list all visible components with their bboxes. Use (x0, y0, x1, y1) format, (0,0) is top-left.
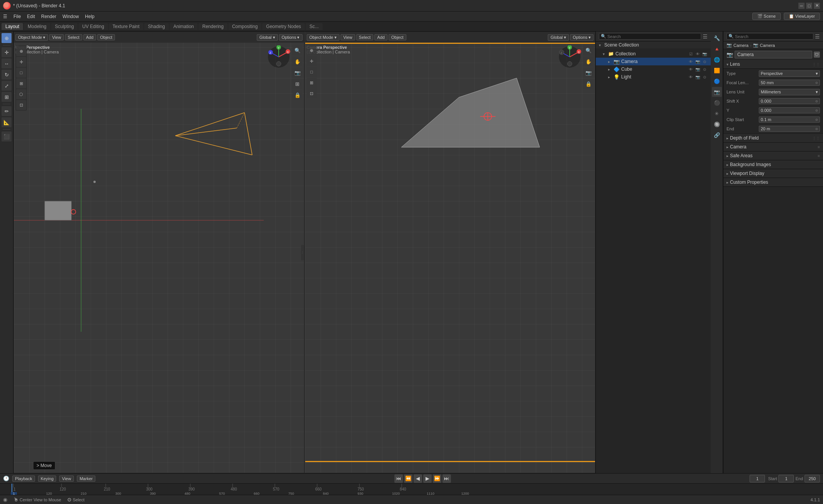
shift-x-field[interactable]: 0.000 ⊙ (759, 98, 820, 104)
right-viewport-global-dropdown[interactable]: Global ▾ (548, 34, 569, 41)
playback-menu[interactable]: Playback (12, 476, 35, 482)
viewport-global-dropdown[interactable]: Global ▾ (257, 34, 278, 41)
viewport-object-menu[interactable]: Object (97, 34, 115, 40)
view-menu[interactable]: View (59, 476, 74, 482)
jump-start-button[interactable]: ⏮ (394, 474, 403, 483)
lens-type-dropdown[interactable]: Perspective ▾ (759, 70, 820, 77)
menu-edit[interactable]: Edit (24, 12, 38, 21)
menu-file[interactable]: File (10, 12, 24, 21)
lens-section-header[interactable]: ▾ Lens ⋮⋮ (723, 60, 823, 69)
vp-icon-3[interactable]: □ (16, 68, 26, 78)
move-tool-button[interactable]: ↔ (2, 58, 12, 68)
right-vp-icon-5[interactable]: ⊡ (307, 88, 317, 98)
menu-help[interactable]: Help (82, 12, 98, 21)
clip-end-field[interactable]: 20 m ⊙ (759, 126, 820, 132)
properties-search-box[interactable]: 🔍 (727, 33, 813, 40)
left-viewport[interactable]: Object Mode ▾ View Select Add Object Glo… (13, 32, 304, 473)
prop-data-icon[interactable]: 📷 (712, 87, 722, 97)
step-forward-button[interactable]: ⏩ (433, 474, 441, 483)
scene-collection-item[interactable]: ▾ Scene Collection (596, 42, 711, 48)
light-render-btn[interactable]: 📷 (695, 74, 701, 80)
tab-geometry-nodes[interactable]: Geometry Nodes (262, 23, 305, 30)
safe-areas-section-header[interactable]: ▸ Safe Areas ≡ (723, 151, 823, 160)
scale-tool-button[interactable]: ⤢ (2, 81, 12, 91)
light-extra-btn[interactable]: ⊙ (702, 74, 708, 80)
camera-eye-btn[interactable]: 👁 (688, 58, 694, 65)
viewport-mode-dropdown[interactable]: Object Mode ▾ (15, 34, 48, 41)
tab-layout[interactable]: Layout (2, 23, 23, 30)
rotate-tool-button[interactable]: ↻ (2, 70, 12, 80)
collection-item[interactable]: ▾ 📁 Collection ☑ 👁 📷 (596, 50, 711, 58)
annotate-tool-button[interactable]: ✏ (2, 106, 12, 116)
right-vp-icon-1[interactable]: ⊕ (307, 45, 317, 55)
camera-section-header[interactable]: ▸ Camera ≡ (723, 143, 823, 151)
camera-name-field[interactable]: Camera (735, 51, 812, 58)
right-lock-button[interactable]: 🔒 (584, 79, 594, 89)
cube-extra-btn[interactable]: ⊙ (702, 66, 708, 72)
custom-props-section-header[interactable]: ▸ Custom Properties (723, 178, 823, 187)
prop-object-icon[interactable]: 🟧 (712, 65, 722, 75)
collection-eye-btn[interactable]: 👁 (695, 51, 701, 57)
cube-tree-item[interactable]: ▸ 🔷 Cube 👁 📷 ⊙ (596, 65, 711, 73)
bg-images-section-header[interactable]: ▸ Background Images (723, 160, 823, 169)
tab-scripting[interactable]: Sc... (306, 23, 323, 30)
vp-icon-4[interactable]: ⊞ (16, 78, 26, 88)
right-viewport-object-menu[interactable]: Object (389, 34, 406, 40)
properties-filter-button[interactable]: ☰ (815, 33, 820, 40)
viewlayer-selector[interactable]: 📋 ViewLayer (784, 13, 820, 20)
right-viewport-view-menu[interactable]: View (341, 34, 355, 40)
options-button-left[interactable]: Options ▾ (279, 34, 303, 41)
tab-rendering[interactable]: Rendering (198, 23, 227, 30)
add-cube-button[interactable]: ⬛ (2, 131, 12, 141)
play-forward-button[interactable]: ▶ (423, 474, 432, 483)
tab-animation[interactable]: Animation (170, 23, 198, 30)
menu-render[interactable]: Render (38, 12, 59, 21)
grid-button[interactable]: ⊞ (293, 79, 303, 89)
dof-section-header[interactable]: ▸ Depth of Field ⋮⋮ (723, 134, 823, 143)
prop-constraint-icon[interactable]: 🔗 (712, 130, 722, 140)
pan-button[interactable]: ✋ (293, 57, 303, 67)
options-button-right[interactable]: Options ▾ (570, 34, 594, 41)
tab-modeling[interactable]: Modeling (24, 23, 50, 30)
end-frame-input[interactable] (805, 475, 820, 482)
transform-tool-button[interactable]: ⊞ (2, 92, 12, 102)
step-back-button[interactable]: ⏪ (404, 474, 412, 483)
lock-button[interactable]: 🔒 (293, 90, 303, 100)
outliner-search-input[interactable] (607, 34, 699, 39)
focal-length-field[interactable]: 50 mm ⊙ (759, 80, 820, 86)
prop-modifier-icon[interactable]: 🔵 (712, 76, 722, 86)
camera-render-btn[interactable]: 📷 (695, 58, 701, 65)
collection-checkbox[interactable]: ☑ (688, 51, 694, 57)
vp-icon-6[interactable]: ⊡ (16, 100, 26, 110)
viewport-divider-handle[interactable]: ⋮ (301, 245, 304, 260)
vp-icon-1[interactable]: ⊕ (16, 46, 26, 56)
camera-tree-item[interactable]: ▸ 📷 Camera 👁 📷 ⊙ (596, 58, 711, 65)
cursor-tool-button[interactable]: ✛ (2, 47, 12, 57)
properties-search-input[interactable] (735, 34, 811, 39)
play-back-button[interactable]: ◀ (414, 474, 422, 483)
zoom-in-button[interactable]: 🔍 (293, 45, 303, 55)
clip-start-field[interactable]: 0.1 m ⊙ (759, 116, 820, 123)
tab-shading[interactable]: Shading (144, 23, 169, 30)
select-tool-button[interactable]: ⊕ (2, 33, 12, 43)
viewport-add-menu[interactable]: Add (83, 34, 96, 40)
right-viewport[interactable]: Object Mode ▾ View Select Add Object Glo… (304, 32, 596, 473)
tab-sculpting[interactable]: Sculpting (51, 23, 78, 30)
outliner-filter-button[interactable]: ☰ (703, 33, 708, 40)
current-frame-input[interactable] (750, 475, 765, 482)
viewport-view-menu[interactable]: View (49, 34, 64, 40)
vp-icon-2[interactable]: ✛ (16, 57, 26, 67)
collection-render-btn[interactable]: 📷 (702, 51, 708, 57)
vp-display-section-header[interactable]: ▸ Viewport Display (723, 169, 823, 178)
right-viewport-add-menu[interactable]: Add (374, 34, 387, 40)
right-vp-icon-2[interactable]: ✛ (307, 56, 317, 66)
prop-physics-icon[interactable]: 🔘 (712, 119, 722, 129)
tab-compositing[interactable]: Compositing (228, 23, 262, 30)
prop-world-icon[interactable]: 🌐 (712, 55, 722, 65)
light-tree-item[interactable]: ▸ 💡 Light 👁 📷 ⊙ (596, 73, 711, 81)
right-viewport-mode-dropdown[interactable]: Object Mode ▾ (307, 34, 339, 41)
scene-selector[interactable]: 🎬 Scene (752, 13, 781, 20)
marker-menu[interactable]: Marker (77, 476, 95, 482)
minimize-button[interactable]: ─ (798, 3, 805, 9)
menu-hamburger[interactable]: ☰ (0, 12, 10, 21)
